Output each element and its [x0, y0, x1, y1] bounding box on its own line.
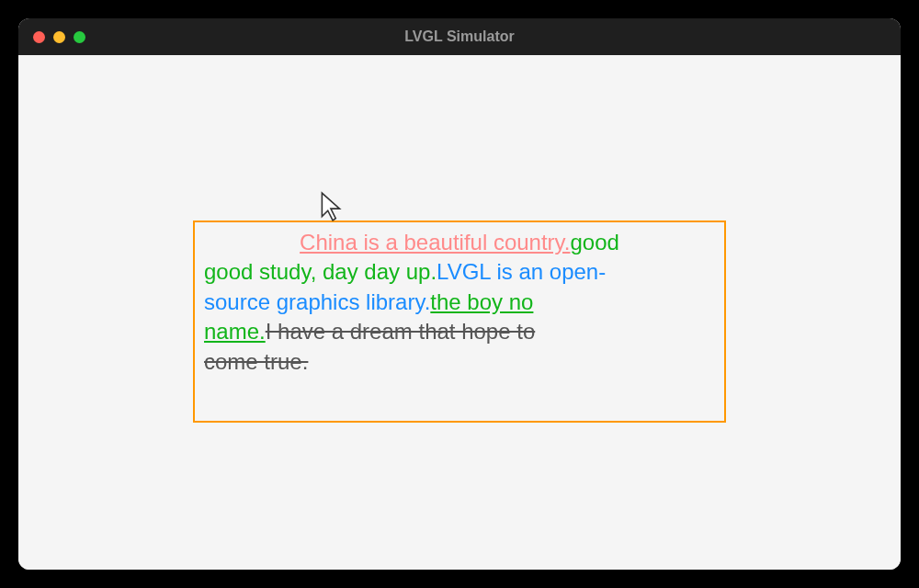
maximize-icon[interactable] [74, 31, 85, 43]
text-segment-green-underline: name. [204, 319, 266, 344]
close-icon[interactable] [33, 31, 45, 43]
text-segment-green-underline: the boy no [430, 289, 533, 314]
traffic-lights [33, 31, 85, 43]
styled-text-box: China is a beautiful country.good good s… [193, 220, 726, 423]
text-segment-green: good [571, 230, 619, 254]
app-window: LVGL Simulator China is a beautiful coun… [18, 18, 901, 570]
text-segment-blue: LVGL is an open- [437, 259, 606, 284]
cursor-icon [320, 191, 344, 222]
text-segment-pink: China is a beautiful country. [300, 230, 570, 254]
titlebar: LVGL Simulator [18, 18, 901, 55]
text-segment-strike: I have a dream that hope to [266, 319, 536, 344]
text-segment-green: good study, day day up. [204, 259, 437, 284]
text-segment-strike: come true. [204, 349, 308, 374]
window-title: LVGL Simulator [18, 28, 901, 45]
text-segment-blue: source graphics library. [204, 289, 430, 314]
content-area: China is a beautiful country.good good s… [18, 55, 901, 570]
minimize-icon[interactable] [53, 31, 65, 43]
